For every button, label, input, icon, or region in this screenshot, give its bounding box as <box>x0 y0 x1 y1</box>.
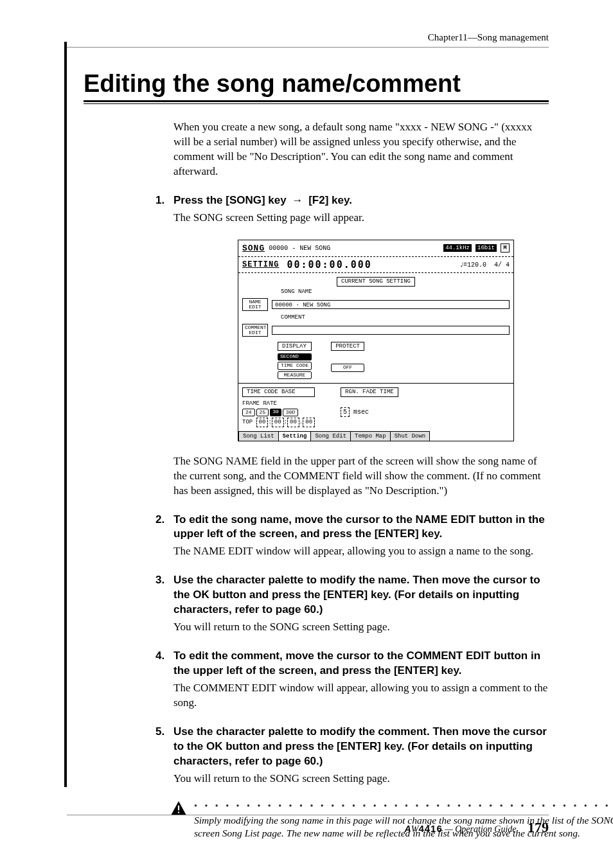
step-heading: Use the character palette to modify the … <box>173 725 549 769</box>
lcd-tab-setting[interactable]: Setting <box>279 431 312 441</box>
header-rule <box>64 47 549 48</box>
step-body: The NAME EDIT window will appear, allowi… <box>173 544 549 559</box>
chapter-header: Chapter11—Song management <box>64 32 549 43</box>
lcd-display-measure[interactable]: MEASURE <box>278 371 312 380</box>
step-body: You will return to the SONG screen Setti… <box>173 620 549 635</box>
step-body: The COMMENT EDIT window will appear, all… <box>173 681 549 711</box>
after-screenshot-paragraph: The SONG NAME field in the upper part of… <box>173 454 549 499</box>
step-5: 5. Use the character palette to modify t… <box>173 725 549 786</box>
intro-paragraph: When you create a new song, a default so… <box>173 120 549 179</box>
comment-edit-button[interactable]: COMMENT EDIT <box>242 324 268 337</box>
lcd-top-label: TOP <box>242 419 253 425</box>
lcd-fr-30[interactable]: 30 <box>270 409 281 417</box>
name-edit-button[interactable]: NAME EDIT <box>242 298 268 311</box>
footer-guide: — Operation Guide <box>443 824 517 834</box>
lcd-timesig: 4/ 4 <box>494 261 510 270</box>
lcd-fr-30d[interactable]: 30D <box>283 409 298 417</box>
lcd-timecode: 00:00:00.000 <box>287 258 371 271</box>
lcd-song-id: 00000 - NEW SONG <box>269 244 330 253</box>
lcd-group-title: CURRENT SONG SETTING <box>337 277 415 286</box>
svg-rect-1 <box>178 811 179 813</box>
lcd-samplerate-badge: 44.1kHz <box>443 244 472 252</box>
lcd-tab-songedit[interactable]: Song Edit <box>311 431 351 441</box>
lcd-fr-24[interactable]: 24 <box>242 409 255 417</box>
arrow-icon: → <box>289 194 305 206</box>
lcd-display-label: DISPLAY <box>278 342 312 351</box>
lcd-title: SONG <box>242 243 265 254</box>
lcd-top-f[interactable]: 00 <box>303 418 315 427</box>
lcd-m-icon: M <box>501 244 510 252</box>
lcd-display-second[interactable]: SECOND <box>278 353 312 360</box>
lcd-top-s[interactable]: 00 <box>287 418 299 427</box>
step-3: 3. Use the character palette to modify t… <box>173 573 549 635</box>
side-vertical-rule <box>64 42 67 787</box>
lcd-songname-label: SONG NAME <box>281 288 510 296</box>
title-rule-thick <box>84 100 549 102</box>
lcd-fade-unit: msec <box>353 409 369 416</box>
dot-leader: • • • • • • • • • • • • • • • • • • • • … <box>194 801 613 813</box>
lcd-setting-label: SETTING <box>242 260 279 270</box>
step-head-post: [F2] key. <box>305 194 351 206</box>
lcd-top-h[interactable]: 00 <box>256 418 269 427</box>
step-heading: To edit the comment, move the cursor to … <box>173 649 549 678</box>
step-1: 1. Press the [SONG] key → [F2] key. The … <box>173 193 549 226</box>
footer-model: 4416 <box>418 823 442 834</box>
step-body: You will return to the SONG screen Setti… <box>173 772 549 786</box>
svg-rect-0 <box>178 805 179 810</box>
lcd-protect-value[interactable]: OFF <box>331 364 364 372</box>
step-number: 4. <box>155 649 173 678</box>
lcd-protect-label: PROTECT <box>331 342 364 351</box>
step-heading: Use the character palette to modify the … <box>173 573 549 617</box>
step-2: 2. To edit the song name, move the curso… <box>173 513 549 560</box>
title-rule-thin <box>84 103 549 104</box>
step-number: 5. <box>155 725 173 769</box>
lcd-tcb-label: TIME CODE BASE <box>242 387 315 396</box>
page-title: Editing the song name/comment <box>84 70 549 98</box>
step-number: 1. <box>155 193 173 208</box>
lcd-fade-label: RGN. FADE TIME <box>341 387 398 396</box>
lcd-framerate-label: FRAME RATE <box>242 400 315 407</box>
warning-icon <box>170 801 188 816</box>
lcd-tab-songlist[interactable]: Song List <box>238 431 279 441</box>
lcd-fade-value[interactable]: 5 <box>341 407 350 418</box>
lcd-tempo: ♩=120.0 <box>459 261 486 270</box>
step-body: The SONG screen Setting page will appear… <box>173 211 549 226</box>
lcd-screenshot: SONG 00000 - NEW SONG 44.1kHz 16bit M SE… <box>238 240 549 441</box>
lcd-display-timecode[interactable]: TIME CODE <box>278 362 312 370</box>
step-heading: Press the [SONG] key → [F2] key. <box>173 193 352 208</box>
step-number: 3. <box>155 573 173 617</box>
step-head-pre: Press the [SONG] key <box>173 194 289 206</box>
lcd-tab-tempomap[interactable]: Tempo Map <box>351 431 391 441</box>
page-number: 179 <box>528 819 549 835</box>
step-heading: To edit the song name, move the cursor t… <box>173 513 549 542</box>
lcd-comment-field[interactable] <box>272 326 510 335</box>
lcd-fr-25[interactable]: 25 <box>256 409 269 417</box>
lcd-comment-label: COMMENT <box>281 314 510 321</box>
lcd-tab-shutdown[interactable]: Shut Down <box>391 431 431 441</box>
step-4: 4. To edit the comment, move the cursor … <box>173 649 549 711</box>
lcd-top-m[interactable]: 00 <box>272 418 284 427</box>
page-footer: AW4416 — Operation Guide 179 <box>67 815 549 836</box>
step-number: 2. <box>155 513 173 542</box>
lcd-bitdepth-badge: 16bit <box>475 244 497 252</box>
